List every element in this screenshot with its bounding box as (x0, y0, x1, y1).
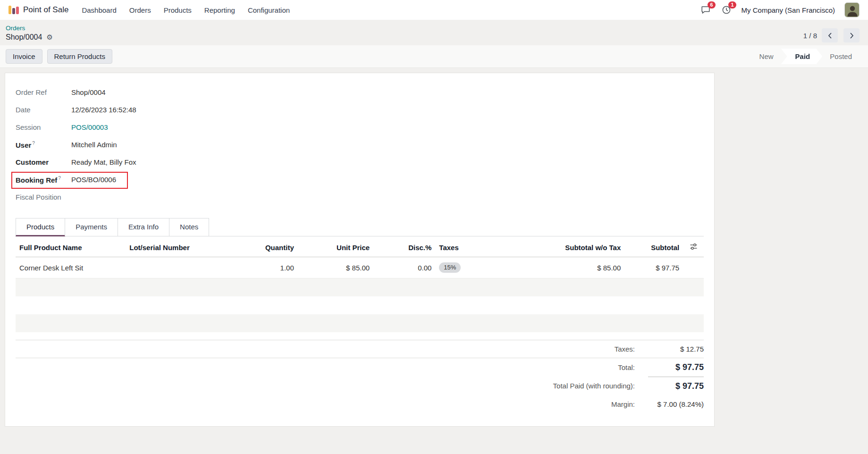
invoice-button[interactable]: Invoice (6, 49, 42, 64)
col-quantity[interactable]: Quantity (229, 236, 298, 257)
messages-button[interactable]: 6 (700, 4, 711, 16)
cell-lot[interactable] (126, 257, 229, 278)
totals-margin-row: Margin: $ 7.00 (8.24%) (16, 395, 704, 413)
col-subtotal[interactable]: Subtotal (624, 236, 683, 257)
tab-products[interactable]: Products (16, 218, 65, 236)
help-marker: ? (32, 141, 35, 146)
status-steps: New Paid Posted (752, 49, 860, 64)
field-value[interactable]: POS/BO/0006 (71, 176, 116, 184)
field-session: Session POS/00003 (16, 118, 704, 136)
empty-row (16, 278, 704, 296)
tab-payments[interactable]: Payments (65, 218, 118, 236)
tab-notes[interactable]: Notes (169, 218, 209, 236)
menu-configuration[interactable]: Configuration (248, 6, 290, 14)
col-unit-price[interactable]: Unit Price (298, 236, 373, 257)
col-full-product-name[interactable]: Full Product Name (16, 236, 126, 257)
empty-row (16, 296, 704, 314)
pager: 1 / 8 (803, 28, 860, 42)
col-taxes[interactable]: Taxes (435, 236, 518, 257)
breadcrumb-orders[interactable]: Orders (6, 25, 53, 32)
menu-dashboard[interactable]: Dashboard (82, 6, 116, 14)
help-marker: ? (58, 176, 61, 181)
menu-reporting[interactable]: Reporting (204, 6, 235, 14)
status-step-new[interactable]: New (752, 49, 781, 64)
cell-product[interactable]: Corner Desk Left Sit (16, 257, 126, 278)
app-name: Point of Sale (23, 5, 68, 15)
field-label: Customer (16, 158, 65, 166)
field-booking-ref: Booking Ref? POS/BO/0006 (16, 171, 704, 188)
control-panel: Orders Shop/0004 ⚙ 1 / 8 (0, 20, 868, 45)
order-totals: Taxes: $ 12.75 Total: $ 97.75 Total Paid… (16, 340, 704, 413)
field-label: Booking Ref? (16, 176, 65, 184)
pos-app-icon (8, 6, 19, 14)
field-value[interactable]: Ready Mat, Billy Fox (71, 158, 136, 166)
field-group: Order Ref Shop/0004 Date 12/26/2023 16:5… (16, 84, 704, 206)
order-line-row[interactable]: Corner Desk Left Sit 1.00 $ 85.00 0.00 1… (16, 257, 704, 278)
totals-label: Total Paid (with rounding): (16, 377, 648, 395)
notebook-tabs: Products Payments Extra Info Notes (16, 218, 704, 236)
cell-quantity[interactable]: 1.00 (229, 257, 298, 278)
totals-label: Total: (16, 358, 648, 377)
form-statusbar: Invoice Return Products New Paid Posted (0, 45, 868, 68)
cell-subtotal-wo-tax[interactable]: $ 85.00 (518, 257, 624, 278)
activities-button[interactable]: 1 (721, 4, 732, 16)
gear-icon[interactable]: ⚙ (46, 34, 52, 41)
totals-total-row: Total: $ 97.75 (16, 358, 704, 377)
margin-amount: $ 7.00 (8.24%) (648, 395, 704, 413)
order-lines-table: Full Product Name Lot/serial Number Quan… (16, 236, 704, 332)
activities-count-badge: 1 (728, 1, 736, 8)
col-discount[interactable]: Disc.% (373, 236, 435, 257)
chevron-right-icon (849, 32, 854, 39)
field-user: User? Mitchell Admin (16, 136, 704, 153)
messages-count-badge: 6 (708, 1, 715, 8)
cell-taxes[interactable]: 15% (435, 257, 518, 278)
pager-next-button[interactable] (843, 28, 860, 42)
taxes-amount: $ 12.75 (648, 340, 704, 358)
totals-label: Margin: (16, 395, 648, 413)
top-navbar: Point of Sale Dashboard Orders Products … (0, 0, 868, 20)
col-lot-serial-number[interactable]: Lot/serial Number (126, 236, 229, 257)
total-amount: $ 97.75 (648, 358, 704, 377)
tax-tag: 15% (439, 262, 461, 273)
cell-discount[interactable]: 0.00 (373, 257, 435, 278)
field-label: Session (16, 123, 65, 131)
field-label: Fiscal Position (16, 193, 65, 201)
totals-label: Taxes: (16, 340, 648, 358)
order-form-sheet: Order Ref Shop/0004 Date 12/26/2023 16:5… (5, 73, 715, 427)
pager-previous-button[interactable] (822, 28, 838, 42)
field-order-ref: Order Ref Shop/0004 (16, 84, 704, 101)
return-products-button[interactable]: Return Products (47, 49, 112, 64)
totals-taxes-row: Taxes: $ 12.75 (16, 340, 704, 358)
menu-products[interactable]: Products (164, 6, 192, 14)
field-value[interactable]: 12/26/2023 16:52:48 (71, 106, 136, 114)
field-customer: Customer Ready Mat, Billy Fox (16, 153, 704, 171)
total-paid-amount: $ 97.75 (648, 377, 704, 395)
chevron-left-icon (827, 32, 833, 39)
pager-value[interactable]: 1 / 8 (803, 32, 817, 40)
status-step-posted[interactable]: Posted (822, 49, 860, 64)
field-label: Order Ref (16, 88, 65, 96)
main-menu: Dashboard Orders Products Reporting Conf… (82, 6, 290, 14)
cell-unit-price[interactable]: $ 85.00 (298, 257, 373, 278)
user-avatar[interactable] (844, 2, 860, 17)
optional-columns-icon[interactable] (690, 243, 698, 251)
field-date: Date 12/26/2023 16:52:48 (16, 101, 704, 118)
empty-row (16, 314, 704, 332)
menu-orders[interactable]: Orders (129, 6, 151, 14)
session-link[interactable]: POS/00003 (71, 123, 108, 131)
topbar-systray: 6 1 My Company (San Francisco) (700, 2, 860, 17)
breadcrumb: Orders Shop/0004 ⚙ (6, 25, 53, 42)
field-value[interactable]: Shop/0004 (71, 88, 106, 96)
col-subtotal-wo-tax[interactable]: Subtotal w/o Tax (518, 236, 624, 257)
field-value[interactable]: Mitchell Admin (71, 141, 117, 149)
tab-extra-info[interactable]: Extra Info (118, 218, 169, 236)
company-switcher[interactable]: My Company (San Francisco) (742, 6, 835, 14)
field-fiscal-position: Fiscal Position (16, 188, 704, 206)
totals-paid-row: Total Paid (with rounding): $ 97.75 (16, 377, 704, 395)
table-header-row: Full Product Name Lot/serial Number Quan… (16, 236, 704, 257)
status-step-paid[interactable]: Paid (781, 49, 823, 64)
field-label: User? (16, 141, 65, 149)
field-label: Date (16, 106, 65, 114)
cell-subtotal[interactable]: $ 97.75 (624, 257, 683, 278)
pos-app-home[interactable]: Point of Sale (8, 5, 68, 15)
